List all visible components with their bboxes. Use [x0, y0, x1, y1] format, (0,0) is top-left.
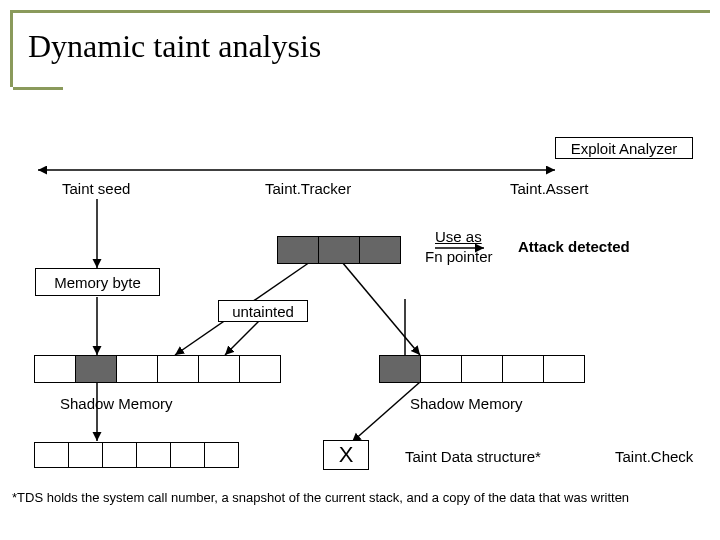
svg-line-8	[352, 382, 420, 442]
svg-line-4	[342, 262, 420, 355]
attack-detected-label: Attack detected	[518, 238, 630, 255]
fn-pointer-label: Fn pointer	[425, 248, 493, 265]
taint-check-label: Taint.Check	[615, 448, 693, 465]
exploit-analyzer-label: Exploit Analyzer	[571, 140, 678, 157]
exploit-analyzer-box: Exploit Analyzer	[555, 137, 693, 159]
shadow-memory-left-cells	[35, 355, 281, 383]
taint-tracker-label: Taint.Tracker	[265, 180, 351, 197]
untainted-box: untainted	[218, 300, 308, 322]
footnote-text: *TDS holds the system call number, a sna…	[12, 490, 702, 506]
shadow-memory-right-cells	[380, 355, 585, 383]
taint-assert-label: Taint.Assert	[510, 180, 588, 197]
taint-seed-label: Taint seed	[62, 180, 130, 197]
memory-byte-box: Memory byte	[35, 268, 160, 296]
use-as-label: Use as	[435, 228, 482, 245]
taint-data-structure-label: Taint Data structure*	[405, 448, 541, 465]
untainted-label: untainted	[232, 303, 294, 320]
shadow-memory-left-label: Shadow Memory	[60, 395, 173, 412]
page-title: Dynamic taint analysis	[28, 28, 321, 65]
x-label: X	[339, 442, 354, 468]
memory-byte-label: Memory byte	[54, 274, 141, 291]
x-box: X	[323, 440, 369, 470]
tainted-cells-top	[278, 236, 401, 264]
bottom-cells	[35, 442, 239, 468]
shadow-memory-right-label: Shadow Memory	[410, 395, 523, 412]
